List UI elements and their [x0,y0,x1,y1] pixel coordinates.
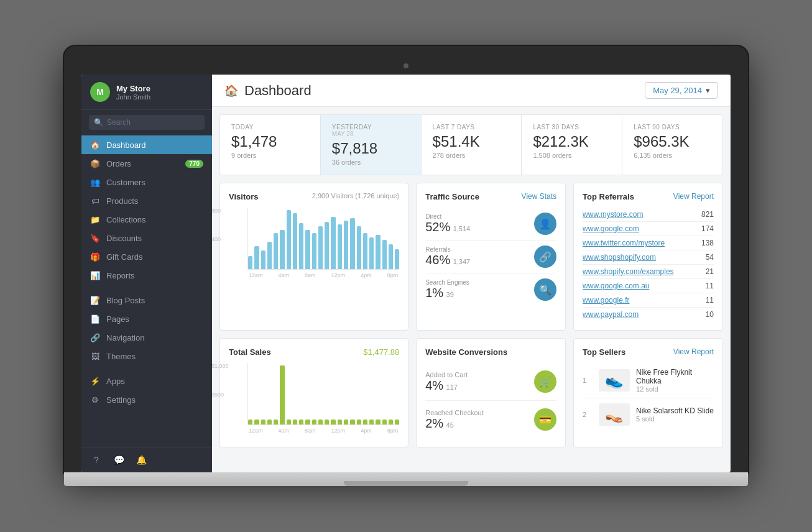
referral-url[interactable]: www.paypal.com [583,310,639,319]
sellers-title: Top Sellers [583,347,625,357]
referrals-panel: Top Referrals View Report www.mystore.co… [573,183,723,331]
bar [293,213,297,269]
help-icon[interactable]: ? [90,454,103,466]
total-sales-chart [247,363,399,425]
sidebar-item-dashboard[interactable]: 🏠 Dashboard [81,135,212,154]
sidebar-item-customers[interactable]: 👥 Customers [81,173,212,191]
sidebar-item-navigation[interactable]: 🔗 Navigation [81,328,212,347]
laptop-wrapper: M My Store John Smith 🔍 🏠 Dashboard [64,46,748,486]
conversion-cart-value: 4% [425,378,443,392]
referral-url[interactable]: www.twitter.com/mystore [583,239,665,247]
stat-90days[interactable]: LAST 90 DAYS $965.3K 6,135 orders [622,115,722,175]
sidebar-item-label: Apps [106,377,125,386]
top-sellers-panel: Top Sellers View Report 1 👟 Nike Free Fl… [573,338,723,447]
referral-row: www.google.com 174 [583,222,714,236]
store-avatar: M [90,82,110,102]
orders-icon: 📦 [90,158,100,168]
stat-value: $212.3K [533,133,611,150]
bar [318,226,323,269]
collections-icon: 📁 [90,214,100,224]
customers-icon: 👥 [90,177,100,187]
sales-bar [305,420,310,424]
sidebar-item-products[interactable]: 🏷 Products [81,191,212,210]
sidebar-item-pages[interactable]: 📄 Pages [81,310,212,328]
sidebar-item-discounts[interactable]: 🔖 Discounts [81,229,212,247]
stat-sublabel: MAY 28 [332,131,410,137]
search-bar[interactable]: 🔍 [81,110,212,135]
stat-period: LAST 30 DAYS [533,124,611,131]
conversions-title: Website Conversions [425,347,507,357]
stat-30days[interactable]: LAST 30 DAYS $212.3K 1,508 orders [522,115,622,175]
sellers-view-link[interactable]: View Report [673,347,714,356]
sidebar-item-themes[interactable]: 🖼 Themes [81,347,212,365]
sidebar-item-reports[interactable]: 📊 Reports [81,266,212,285]
sidebar-item-gift-cards[interactable]: 🎁 Gift Cards [81,247,212,266]
traffic-search-label: Search Engines [425,279,528,286]
referral-url[interactable]: www.shopshopify.com [583,253,656,262]
stat-value: $1,478 [231,133,309,150]
sidebar-item-apps[interactable]: ⚡ Apps [81,372,212,390]
stat-yesterday[interactable]: YESTERDAY MAY 28 $7,818 36 orders [321,115,422,175]
conversion-cart-count: 117 [446,383,458,391]
sales-bar [363,420,367,424]
referral-url[interactable]: www.google.com.au [583,282,649,290]
stats-row: TODAY $1,478 9 orders YESTERDAY MAY 28 $… [219,114,723,175]
stat-value: $51.4K [433,133,510,150]
stat-orders: 1,508 orders [533,152,611,159]
date-picker-button[interactable]: May 29, 2014 ▾ [645,82,718,99]
stat-period: LAST 7 DAYS [433,124,510,131]
sidebar-item-orders[interactable]: 📦 Orders 770 [81,154,212,173]
traffic-view-link[interactable]: View Stats [522,192,556,201]
search-input[interactable] [107,118,200,127]
referral-count: 11 [706,282,714,290]
referrals-view-link[interactable]: View Report [673,192,714,201]
main-content: 🏠 Dashboard May 29, 2014 ▾ TODAY $1,478 … [212,75,731,472]
traffic-header: Traffic Source View Stats [425,192,556,201]
search-input-wrap[interactable]: 🔍 [89,115,205,130]
sidebar-item-settings[interactable]: ⚙ Settings [81,390,212,409]
sidebar: M My Store John Smith 🔍 🏠 Dashboard [81,75,212,472]
bar [350,218,354,269]
store-name: My Store [116,84,203,93]
traffic-direct-value: 52% [425,220,450,234]
referral-url[interactable]: www.google.com [583,224,639,233]
sellers-header: Top Sellers View Report [583,347,714,357]
sidebar-item-collections[interactable]: 📁 Collections [81,210,212,229]
bar-x-labels: 12am 4am 8am 12pm 4pm 8pm [247,272,399,278]
conversion-checkout-info: Reached Checkout 2% 45 [425,409,528,431]
page-title: Dashboard [244,83,311,99]
sales-y-label-mid: $500 [212,392,224,398]
referral-url[interactable]: www.shopify.com/examples [583,267,674,276]
pages-icon: 📄 [90,314,100,324]
sales-bar [280,365,284,424]
sidebar-item-label: Settings [106,395,136,405]
referral-url[interactable]: www.mystore.com [583,210,643,219]
store-info: My Store John Smith [116,84,203,101]
orders-badge: 770 [185,160,203,168]
sales-bar [267,420,272,424]
traffic-referrals-label: Referrals [425,246,528,253]
bar [395,249,399,269]
sidebar-item-label: Themes [106,352,136,361]
traffic-search-value: 1% [425,286,443,300]
stat-7days[interactable]: LAST 7 DAYS $51.4K 278 orders [422,115,522,175]
sidebar-item-blog-posts[interactable]: 📝 Blog Posts [81,291,212,310]
visitors-subtitle: 2,900 Visitors (1,726 unique) [312,192,399,200]
stat-today[interactable]: TODAY $1,478 9 orders [220,115,321,175]
stat-period: YESTERDAY [332,124,410,131]
traffic-referrals-icon: 🔗 [534,245,556,268]
chat-icon[interactable]: 💬 [113,454,125,466]
notifications-icon[interactable]: 🔔 [135,454,147,466]
visitors-panel: Visitors 2,900 Visitors (1,726 unique) 8… [219,183,408,331]
checkout-icon: 💳 [534,408,556,431]
bar [389,244,393,269]
sidebar-item-label: Reports [106,271,135,280]
referral-url[interactable]: www.google.fr [583,296,629,305]
sales-bar [338,420,342,424]
stat-orders: 36 orders [332,158,410,166]
sidebar-item-label: Orders [106,159,131,168]
y-label-mid: 400 [212,236,221,242]
seller-rank: 2 [583,411,593,418]
referral-row: www.shopify.com/examples 21 [583,265,714,279]
sales-bar [254,420,259,424]
